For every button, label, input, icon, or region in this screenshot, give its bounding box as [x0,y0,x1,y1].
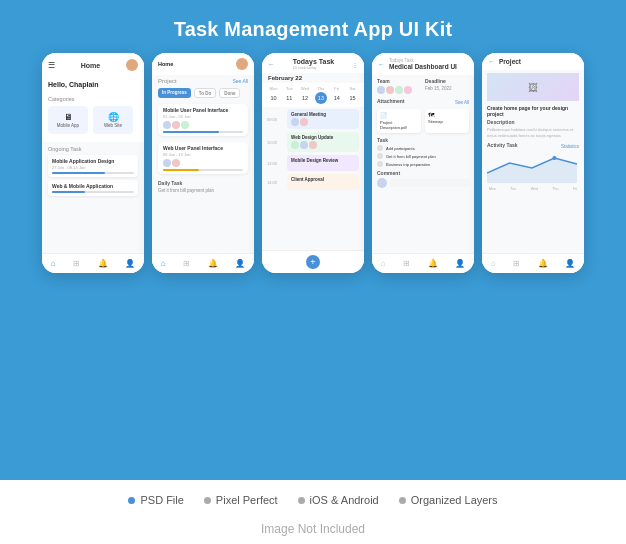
doc-card-0[interactable]: 📄 Project Description.pdf [377,109,421,133]
avatar [126,59,138,71]
team-avatars [377,86,421,94]
feature-label-0: PSD File [140,494,183,506]
mini-avatar-2 [172,121,180,129]
day-num-5: 15 [346,92,358,104]
notif-nav-icon-5[interactable]: 🔔 [538,259,548,268]
project-img-inner: 🖼 [487,73,579,101]
p2-avatars-0 [163,121,243,129]
back-icon-3[interactable]: ← [268,61,275,68]
day-name-4: Fri [334,86,339,91]
comment-label: Comment [377,170,469,176]
profile-nav-icon-4[interactable]: 👤 [455,259,465,268]
bottom-nav-5: ⌂ ⊞ 🔔 👤 [482,253,584,273]
add-task-icon[interactable]: + [306,255,320,269]
block-avatar-2 [300,118,308,126]
category-item-1[interactable]: 🌐 Web Site [93,106,133,134]
menu-icon-3[interactable]: ⋮ [352,61,358,68]
phone3-subtitle: 15 task today [293,65,334,70]
search-nav-icon-4[interactable]: ⊞ [403,259,410,268]
phone2-header: Home [152,53,254,75]
attachment-see-all[interactable]: See All [455,100,469,105]
feature-0: PSD File [128,494,183,506]
day-5[interactable]: Sat 15 [346,86,359,104]
task-name-1: Web & Mobile Application [52,183,134,189]
mini-avatar-5 [172,159,180,167]
week-row: Mon 10 Tue 11 Wed 12 Thu 13 Fri 14 [262,83,364,107]
team-deadline-row: Team Deadline Feb 15, 2022 [377,78,469,94]
time-row-0: 09:00 General Meeting [267,109,359,129]
day-4[interactable]: Fri 14 [330,86,343,104]
doc-card-1[interactable]: 🗺 Sitemap [425,109,469,133]
task-block-1[interactable]: Web Design Update [287,132,359,152]
add-task-button-area: + [262,250,364,273]
p2-task-title-0: Mobile User Panel Interface [163,107,243,113]
profile-nav-icon[interactable]: 👤 [125,259,135,268]
phone4-title: Medical Dashboard UI [389,63,457,70]
home-nav-icon-5[interactable]: ⌂ [491,259,496,268]
comment-row [377,178,469,188]
block-title-3: Client Approval [291,177,355,182]
task-block-0[interactable]: General Meeting [287,109,359,129]
p4-task-2: Business trip preparation [377,161,469,167]
p2-task-dates-1: 08 Jan - 12 Jan [163,152,243,157]
back-icon-4[interactable]: ← [378,61,385,68]
notif-nav-icon-4[interactable]: 🔔 [428,259,438,268]
feature-label-1: Pixel Perfect [216,494,278,506]
block-avatars-1 [291,141,355,149]
mobile-app-icon: 🖥 [64,112,73,122]
task-item-1[interactable]: Web & Mobile Application [48,180,138,196]
progress-bar-1 [52,191,134,193]
p2-task-card-0[interactable]: Mobile User Panel Interface 01 Jan - 05 … [158,104,248,136]
home-nav-icon[interactable]: ⌂ [51,259,56,268]
task-section-4: Task Add participants Get it from bill p… [377,137,469,167]
ongoing-label: Ongoing Task [48,146,138,152]
block-title-1: Web Design Update [291,135,355,140]
phone-1-screen: ☰ Home Hello, Chaplain Categories 🖥 Mobi… [42,53,144,273]
home-nav-icon-2[interactable]: ⌂ [161,259,166,268]
search-nav-icon-5[interactable]: ⊞ [513,259,520,268]
cat-label-0: Mobile App [57,123,79,128]
day-1[interactable]: Tue 11 [283,86,296,104]
profile-nav-icon-2[interactable]: 👤 [235,259,245,268]
search-nav-icon[interactable]: ⊞ [73,259,80,268]
day-name-2: Wed [301,86,309,91]
day-0[interactable]: Mon 10 [267,86,280,104]
phone1-header: ☰ Home [42,53,144,75]
notif-nav-icon[interactable]: 🔔 [98,259,108,268]
web-site-icon: 🌐 [108,112,119,122]
home-nav-icon-4[interactable]: ⌂ [381,259,386,268]
category-item-0[interactable]: 🖥 Mobile App [48,106,88,134]
search-nav-icon-2[interactable]: ⊞ [183,259,190,268]
profile-nav-icon-5[interactable]: 👤 [565,259,575,268]
day-num-2: 12 [299,92,311,104]
project-img-icon: 🖼 [528,82,538,93]
feature-label-2: iOS & Android [310,494,379,506]
categories-section: Categories 🖥 Mobile App 🌐 Web Site [42,92,144,142]
block-title-2: Mobile Design Review [291,158,355,163]
time-0: 09:00 [267,117,287,122]
status-todo[interactable]: To Do [194,88,216,98]
back-icon-5[interactable]: ← [488,58,495,65]
block-avatar-5 [309,141,317,149]
activity-chart [487,153,579,183]
day-2[interactable]: Wed 12 [299,86,312,104]
status-done[interactable]: Done [219,88,240,98]
p2-task-card-1[interactable]: Web User Panel Interface 08 Jan - 12 Jan [158,142,248,174]
p4-task-text-1: Get it from bill payment plan [386,154,436,159]
mini-avatar-1 [163,121,171,129]
see-all-button[interactable]: See All [232,78,248,84]
hello-text: Hello, Chaplain [48,81,138,88]
deadline-label: Deadline [425,78,469,84]
p2-task-title-1: Web User Panel Interface [163,145,243,151]
phone5-header: ← Project [482,53,584,70]
day-3[interactable]: Thu 13 [314,86,327,104]
bottom-nav-4: ⌂ ⊞ 🔔 👤 [372,253,474,273]
task-item-0[interactable]: Mobile Application Design 27 Jan - 08-14… [48,155,138,177]
task-block-3[interactable]: Client Approval [287,174,359,190]
notif-nav-icon-2[interactable]: 🔔 [208,259,218,268]
block-avatar-1 [291,118,299,126]
comment-input[interactable] [390,179,469,187]
avatar-2 [236,58,248,70]
task-block-2[interactable]: Mobile Design Review [287,155,359,171]
status-in-progress[interactable]: In Progress [158,88,191,98]
